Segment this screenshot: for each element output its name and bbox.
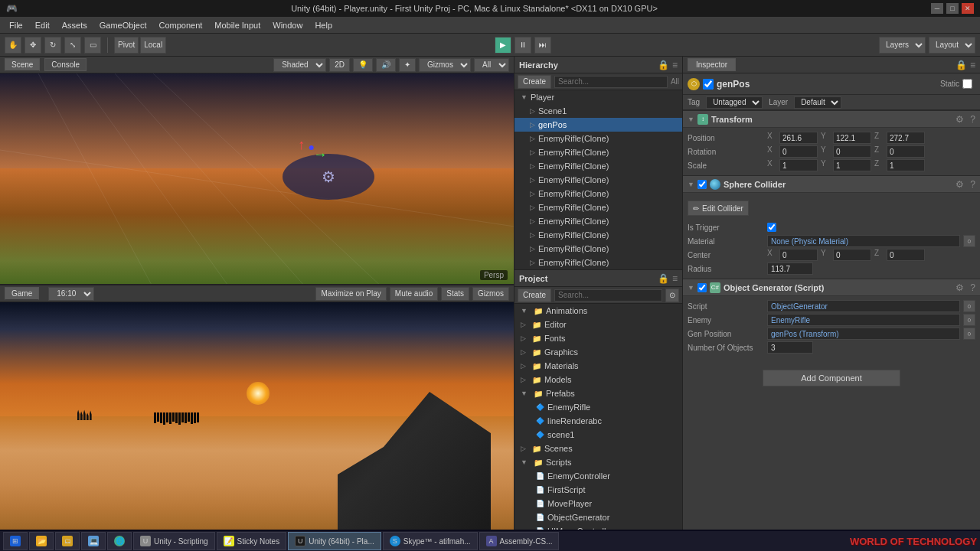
sphere-collider-header[interactable]: ▼ Sphere Collider ⚙ ? <box>683 176 980 193</box>
maximize-button[interactable]: □ <box>946 3 959 14</box>
center-y-input[interactable] <box>833 249 871 261</box>
comp-settings-icon[interactable]: ⚙ <box>956 114 964 125</box>
gen-position-ref-input[interactable] <box>767 328 960 340</box>
project-search-input[interactable] <box>554 289 662 302</box>
layer-select[interactable]: Default <box>794 96 841 109</box>
stats-button[interactable]: Stats <box>441 287 469 301</box>
hierarchy-item-scene1[interactable]: ▷ Scene1 <box>514 104 682 118</box>
hierarchy-item-genpos[interactable]: ▷ genPos <box>514 118 682 132</box>
project-lock-button[interactable]: 🔒 <box>658 273 669 284</box>
object-enable-checkbox[interactable] <box>703 79 714 90</box>
project-item-firstscript-script[interactable]: 📄 FirstScript <box>514 483 682 497</box>
project-item-linerender-prefab[interactable]: 🔷 lineRenderabc <box>514 414 682 428</box>
comp-settings-icon[interactable]: ⚙ <box>956 282 964 293</box>
menu-mobileinput[interactable]: Mobile Input <box>208 19 266 31</box>
add-component-button[interactable]: Add Component <box>763 370 900 386</box>
gen-position-ref-button[interactable]: ○ <box>963 328 975 340</box>
center-z-input[interactable] <box>887 249 925 261</box>
script-ref-button[interactable]: ○ <box>963 300 975 312</box>
project-item-moveplayer-script[interactable]: 📄 MovePlayer <box>514 497 682 510</box>
taskbar-start-button[interactable]: ⊞ <box>3 532 28 550</box>
menu-component[interactable]: Component <box>152 19 208 31</box>
toolbar-move-tool[interactable]: ✥ <box>24 37 41 54</box>
scene-light-button[interactable]: 💡 <box>353 58 373 72</box>
menu-edit[interactable]: Edit <box>29 19 56 31</box>
project-item-enemycontroller-script[interactable]: 📄 EnemyController <box>514 469 682 483</box>
gizmos-select[interactable]: Gizmos <box>419 58 471 72</box>
project-item-objectgenerator-script[interactable]: 📄 ObjectGenerator <box>514 510 682 524</box>
material-ref-button[interactable]: ○ <box>963 235 975 247</box>
taskbar-skype-button[interactable]: S Skype™ - atifmah... <box>383 532 478 550</box>
taskbar-assembly-button[interactable]: A Assembly-CS... <box>479 532 560 550</box>
menu-help[interactable]: Help <box>309 19 338 31</box>
game-viewport[interactable] <box>0 302 514 530</box>
hierarchy-search-input[interactable] <box>554 76 668 88</box>
rotation-x-input[interactable] <box>779 145 818 158</box>
project-item-scenes[interactable]: ▷ 📁 Scenes <box>514 442 682 455</box>
comp-help-icon[interactable]: ? <box>970 282 975 293</box>
hierarchy-menu-button[interactable]: ≡ <box>672 60 678 70</box>
step-button[interactable]: ⏭ <box>534 37 551 54</box>
object-generator-enable-checkbox[interactable] <box>697 283 707 292</box>
object-generator-header[interactable]: ▼ C# Object Generator (Script) ⚙ ? <box>683 279 980 296</box>
project-menu-button[interactable]: ≡ <box>672 273 678 284</box>
toolbar-hand-tool[interactable]: ✋ <box>5 37 21 54</box>
script-ref-input[interactable] <box>767 300 960 312</box>
enemy-ref-input[interactable] <box>767 314 960 326</box>
comp-help-icon[interactable]: ? <box>970 114 975 125</box>
pivot-button[interactable]: Pivot <box>114 37 139 54</box>
maximize-on-play-button[interactable]: Maximize on Play <box>315 287 386 301</box>
center-x-input[interactable] <box>779 249 818 261</box>
project-create-button[interactable]: Create <box>518 289 551 302</box>
project-item-scene1-prefab[interactable]: 🔷 scene1 <box>514 428 682 442</box>
tag-select[interactable]: Untagged <box>706 96 763 109</box>
tab-inspector[interactable]: Inspector <box>688 58 736 71</box>
menu-file[interactable]: File <box>3 19 29 31</box>
menu-window[interactable]: Window <box>266 19 309 31</box>
game-ratio-select[interactable]: 16:10 <box>48 287 94 301</box>
comp-settings-icon[interactable]: ⚙ <box>956 179 964 190</box>
scale-y-input[interactable] <box>833 159 871 171</box>
pause-button[interactable]: ⏸ <box>514 37 531 54</box>
project-filter-button[interactable]: ⊙ <box>665 289 679 302</box>
game-gizmos-button[interactable]: Gizmos <box>472 287 509 301</box>
hierarchy-create-button[interactable]: Create <box>518 75 551 89</box>
inspector-menu-button[interactable]: ≡ <box>970 60 975 70</box>
play-button[interactable]: ▶ <box>495 37 511 54</box>
taskbar-unity-button[interactable]: U Unity (64bit) - Pla... <box>288 532 381 550</box>
toolbar-rotate-tool[interactable]: ↻ <box>44 37 61 54</box>
scene-audio-button[interactable]: 🔊 <box>376 58 396 72</box>
minimize-button[interactable]: ─ <box>931 3 943 14</box>
layers-select[interactable]: Layers <box>879 37 926 54</box>
mute-audio-button[interactable]: Mute audio <box>390 287 438 301</box>
hierarchy-item-enemyrifle-11[interactable]: ▷ EnemyRifle(Clone) <box>514 242 682 256</box>
menu-gameobject[interactable]: GameObject <box>93 19 153 31</box>
hierarchy-item-enemyrifle-10[interactable]: ▷ EnemyRifle(Clone) <box>514 228 682 242</box>
project-item-fonts[interactable]: ▷ 📁 Fonts <box>514 331 682 345</box>
position-y-input[interactable] <box>833 132 871 144</box>
toolbar-scale-tool[interactable]: ⤡ <box>64 37 81 54</box>
taskbar-unity-scripting-button[interactable]: U Unity - Scripting <box>133 532 215 550</box>
toolbar-rect-tool[interactable]: ▭ <box>84 37 101 54</box>
sphere-collider-enable-checkbox[interactable] <box>697 180 707 189</box>
tab-game[interactable]: Game <box>5 287 39 300</box>
num-objects-input[interactable] <box>767 341 813 354</box>
hierarchy-item-enemyrifle-3[interactable]: ▷ EnemyRifle(Clone) <box>514 132 682 145</box>
scale-x-input[interactable] <box>779 159 818 171</box>
local-button[interactable]: Local <box>140 37 166 54</box>
project-item-enemyrifle-prefab[interactable]: 🔷 EnemyRifle <box>514 400 682 414</box>
hierarchy-item-player[interactable]: ▼ Player <box>514 90 682 104</box>
static-checkbox[interactable] <box>962 79 972 89</box>
is-trigger-checkbox[interactable] <box>767 223 776 232</box>
rotation-z-input[interactable] <box>887 145 925 158</box>
hierarchy-item-enemyrifle-8[interactable]: ▷ EnemyRifle(Clone) <box>514 201 682 214</box>
menu-assets[interactable]: Assets <box>56 19 93 31</box>
hierarchy-lock-button[interactable]: 🔒 <box>658 60 669 70</box>
rotation-y-input[interactable] <box>833 145 871 158</box>
inspector-lock-button[interactable]: 🔒 <box>956 60 967 70</box>
scene-viewport[interactable]: ⚙ ↑ → ● Persp <box>0 73 514 284</box>
edit-collider-button[interactable]: ✏ Edit Collider <box>688 201 749 216</box>
shaded-select[interactable]: Shaded <box>273 58 326 72</box>
hierarchy-item-enemyrifle-12[interactable]: ▷ EnemyRifle(Clone) <box>514 256 682 269</box>
project-item-prefabs[interactable]: ▼ 📁 Prefabs <box>514 386 682 400</box>
